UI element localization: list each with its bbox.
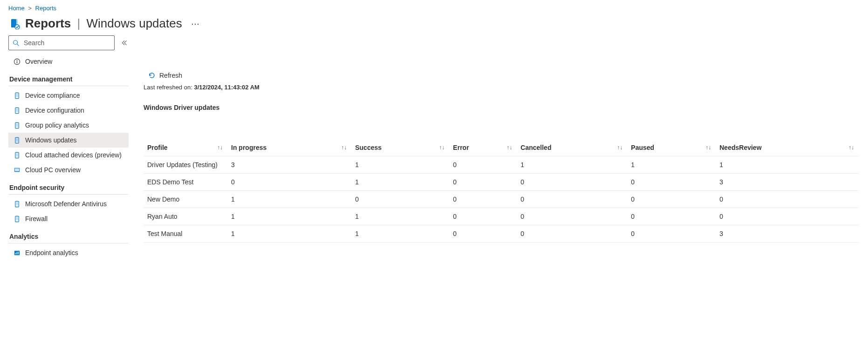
- sidebar-item-firewall[interactable]: Firewall: [8, 211, 129, 226]
- sort-icon[interactable]: ↑↓: [341, 144, 347, 151]
- main-content: Refresh Last refreshed on: 3/12/2024, 11…: [129, 35, 868, 260]
- table-cell: 0: [449, 174, 517, 191]
- table-cell: 0: [517, 191, 627, 208]
- sidebar-item-device-configuration[interactable]: Device configuration: [8, 103, 129, 118]
- sort-icon[interactable]: ↑↓: [439, 144, 444, 151]
- sidebar-item-label: Windows updates: [25, 136, 77, 144]
- refresh-icon: [148, 72, 156, 79]
- more-actions-button[interactable]: ⋯: [189, 17, 202, 30]
- sidebar-item-overview[interactable]: Overview: [8, 54, 129, 69]
- table-cell: Test Manual: [144, 225, 227, 243]
- sort-icon[interactable]: ↑↓: [617, 144, 622, 151]
- sidebar-item-defender[interactable]: Microsoft Defender Antivirus: [8, 196, 129, 211]
- svg-line-5: [17, 44, 19, 46]
- svg-rect-16: [16, 138, 18, 142]
- col-needs-review[interactable]: NeedsReview↑↓: [716, 139, 859, 156]
- device-icon: [13, 151, 21, 159]
- table-cell: 3: [716, 225, 859, 243]
- table-cell: 1: [227, 225, 351, 243]
- table-cell: 3: [716, 174, 859, 191]
- device-icon: [13, 92, 21, 99]
- table-cell: 0: [627, 174, 716, 191]
- col-profile[interactable]: Profile↑↓: [144, 139, 227, 156]
- sidebar-group-analytics: Analytics: [8, 226, 129, 243]
- col-cancelled[interactable]: Cancelled↑↓: [517, 139, 627, 156]
- table-cell: New Demo: [144, 191, 227, 208]
- sort-icon[interactable]: ↑↓: [848, 144, 854, 151]
- search-box[interactable]: [8, 35, 115, 50]
- section-title: Windows Driver updates: [144, 104, 859, 111]
- sidebar-item-label: Device configuration: [25, 107, 84, 114]
- table-cell: 0: [449, 208, 517, 225]
- refresh-button[interactable]: Refresh: [145, 70, 185, 81]
- sort-icon[interactable]: ↑↓: [506, 144, 512, 151]
- table-cell: 1: [227, 208, 351, 225]
- table-row[interactable]: Ryan Auto110000: [144, 208, 859, 225]
- svg-rect-22: [16, 202, 18, 205]
- svg-rect-10: [16, 93, 18, 97]
- last-refreshed-label: Last refreshed on:: [144, 84, 192, 91]
- reports-icon: [8, 18, 21, 30]
- table-row[interactable]: New Demo100000: [144, 191, 859, 208]
- svg-point-4: [14, 40, 18, 45]
- sidebar-item-endpoint-analytics[interactable]: Endpoint analytics: [8, 245, 129, 260]
- device-icon: [13, 107, 21, 114]
- svg-rect-18: [16, 153, 18, 156]
- collapse-sidebar-button[interactable]: [119, 38, 129, 47]
- svg-point-7: [16, 60, 17, 61]
- table-cell: 1: [351, 225, 449, 243]
- sidebar-item-cloud-attached-devices[interactable]: Cloud attached devices (preview): [8, 148, 129, 162]
- sidebar-item-windows-updates[interactable]: Windows updates: [8, 133, 129, 148]
- device-icon: [13, 215, 21, 222]
- table-cell: 3: [227, 156, 351, 174]
- sidebar-item-label: Firewall: [25, 215, 48, 222]
- sidebar-item-device-compliance[interactable]: Device compliance: [8, 88, 129, 103]
- table-cell: 0: [351, 191, 449, 208]
- sidebar-group-endpoint-security: Endpoint security: [8, 177, 129, 195]
- table-row[interactable]: Test Manual110003: [144, 225, 859, 243]
- col-in-progress[interactable]: In progress↑↓: [227, 139, 351, 156]
- last-refreshed-value: 3/12/2024, 11:43:02 AM: [194, 84, 259, 91]
- table-cell: 0: [449, 225, 517, 243]
- sidebar: Overview Device management Device compli…: [8, 35, 129, 260]
- last-refreshed: Last refreshed on: 3/12/2024, 11:43:02 A…: [144, 84, 859, 91]
- sidebar-item-label: Endpoint analytics: [25, 249, 78, 256]
- table-cell: 0: [627, 191, 716, 208]
- sidebar-item-group-policy-analytics[interactable]: Group policy analytics: [8, 118, 129, 133]
- refresh-label: Refresh: [159, 72, 182, 79]
- table-cell: 1: [627, 156, 716, 174]
- page-title: Reports | Windows updates: [25, 16, 182, 31]
- sidebar-item-label: Group policy analytics: [25, 121, 89, 129]
- col-error[interactable]: Error↑↓: [449, 139, 517, 156]
- sort-icon[interactable]: ↑↓: [217, 144, 223, 151]
- col-paused[interactable]: Paused↑↓: [627, 139, 716, 156]
- breadcrumb-home[interactable]: Home: [8, 5, 25, 12]
- sidebar-item-label: Microsoft Defender Antivirus: [25, 200, 107, 208]
- table-cell: 0: [517, 208, 627, 225]
- sort-icon[interactable]: ↑↓: [705, 144, 711, 151]
- svg-rect-24: [16, 216, 18, 220]
- col-success[interactable]: Success↑↓: [351, 139, 449, 156]
- search-input[interactable]: [23, 39, 110, 47]
- sidebar-group-device-management: Device management: [8, 69, 129, 86]
- breadcrumb-sep: >: [28, 5, 32, 12]
- sidebar-item-label: Cloud PC overview: [25, 166, 81, 174]
- table-row[interactable]: EDS Demo Test010003: [144, 174, 859, 191]
- table-cell: 1: [227, 191, 351, 208]
- sidebar-item-cloud-pc-overview[interactable]: Cloud PC overview: [8, 162, 129, 177]
- svg-rect-27: [16, 252, 17, 254]
- info-icon: [13, 58, 21, 65]
- table-cell: 0: [227, 174, 351, 191]
- search-icon: [13, 40, 19, 46]
- table-row[interactable]: Driver Updates (Testing)310111: [144, 156, 859, 174]
- table-cell: 1: [351, 156, 449, 174]
- cloud-pc-icon: [13, 166, 21, 174]
- table-cell: 0: [517, 174, 627, 191]
- table-cell: 0: [627, 208, 716, 225]
- sidebar-item-label: Cloud attached devices (preview): [25, 151, 122, 159]
- svg-rect-20: [14, 168, 19, 171]
- table-cell: 1: [351, 174, 449, 191]
- svg-rect-8: [16, 61, 17, 63]
- table-cell: 1: [517, 156, 627, 174]
- breadcrumb-reports[interactable]: Reports: [35, 5, 57, 12]
